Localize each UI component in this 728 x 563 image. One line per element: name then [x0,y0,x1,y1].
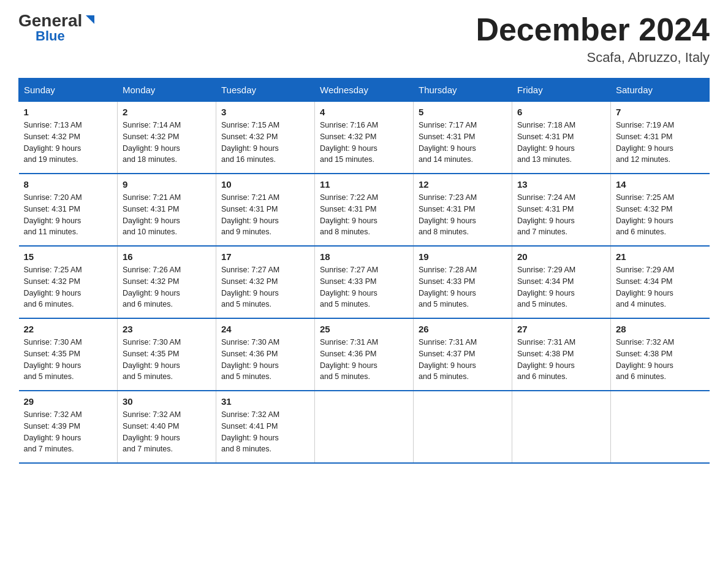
daylight-minutes: and 5 minutes. [24,372,74,381]
sunrise-label: Sunrise: 7:25 AM [616,193,674,202]
day-number: 7 [616,107,705,117]
day-info: Sunrise: 7:21 AM Sunset: 4:31 PM Dayligh… [221,192,309,238]
day-info: Sunrise: 7:32 AM Sunset: 4:39 PM Dayligh… [24,409,113,455]
day-number: 19 [419,251,507,262]
day-number: 28 [616,324,705,334]
sunset-label: Sunset: 4:32 PM [221,277,278,286]
calendar-cell: 28 Sunrise: 7:32 AM Sunset: 4:38 PM Dayl… [611,318,710,391]
day-info: Sunrise: 7:31 AM Sunset: 4:38 PM Dayligh… [517,337,605,383]
daylight-label: Daylight: 9 hours [123,361,180,370]
daylight-label: Daylight: 9 hours [320,289,377,297]
sunset-label: Sunset: 4:36 PM [221,350,278,358]
sunrise-label: Sunrise: 7:22 AM [320,193,378,202]
day-info: Sunrise: 7:32 AM Sunset: 4:38 PM Dayligh… [616,337,705,383]
calendar-cell: 10 Sunrise: 7:21 AM Sunset: 4:31 PM Dayl… [216,174,315,246]
daylight-label: Daylight: 9 hours [616,289,673,297]
day-number: 16 [123,251,211,262]
day-info: Sunrise: 7:31 AM Sunset: 4:37 PM Dayligh… [419,337,507,383]
daylight-minutes: and 11 minutes. [24,228,78,236]
day-info: Sunrise: 7:14 AM Sunset: 4:32 PM Dayligh… [123,120,211,166]
sunset-label: Sunset: 4:32 PM [24,132,80,141]
daylight-minutes: and 18 minutes. [123,155,177,164]
sunset-label: Sunset: 4:31 PM [123,205,179,213]
sunset-label: Sunset: 4:40 PM [123,422,179,431]
calendar-cell: 13 Sunrise: 7:24 AM Sunset: 4:31 PM Dayl… [512,174,611,246]
day-info: Sunrise: 7:27 AM Sunset: 4:33 PM Dayligh… [320,264,408,310]
sunset-label: Sunset: 4:38 PM [517,350,574,358]
daylight-label: Daylight: 9 hours [616,144,673,153]
calendar-cell: 3 Sunrise: 7:15 AM Sunset: 4:32 PM Dayli… [216,102,315,174]
day-info: Sunrise: 7:23 AM Sunset: 4:31 PM Dayligh… [419,192,507,238]
sunrise-label: Sunrise: 7:32 AM [616,338,674,347]
calendar-cell: 23 Sunrise: 7:30 AM Sunset: 4:35 PM Dayl… [118,318,216,391]
sunrise-label: Sunrise: 7:30 AM [123,338,181,347]
daylight-minutes: and 6 minutes. [616,372,666,381]
calendar-cell: 6 Sunrise: 7:18 AM Sunset: 4:31 PM Dayli… [512,102,611,174]
daylight-minutes: and 19 minutes. [24,155,78,164]
sunrise-label: Sunrise: 7:15 AM [221,121,279,129]
calendar-cell: 14 Sunrise: 7:25 AM Sunset: 4:32 PM Dayl… [611,174,710,246]
day-info: Sunrise: 7:29 AM Sunset: 4:34 PM Dayligh… [616,264,705,310]
calendar-header: Sunday Monday Tuesday Wednesday Thursday… [19,79,710,102]
calendar-cell: 8 Sunrise: 7:20 AM Sunset: 4:31 PM Dayli… [19,174,118,246]
daylight-minutes: and 9 minutes. [221,228,271,236]
sunrise-label: Sunrise: 7:30 AM [24,338,82,347]
day-info: Sunrise: 7:30 AM Sunset: 4:35 PM Dayligh… [24,337,113,383]
daylight-label: Daylight: 9 hours [24,361,82,370]
calendar-table: Sunday Monday Tuesday Wednesday Thursday… [18,78,710,464]
sunrise-label: Sunrise: 7:21 AM [221,193,279,202]
daylight-minutes: and 5 minutes. [320,300,370,308]
daylight-minutes: and 5 minutes. [221,300,271,308]
sunset-label: Sunset: 4:38 PM [616,350,672,358]
sunrise-label: Sunrise: 7:13 AM [24,121,82,129]
sunset-label: Sunset: 4:32 PM [616,205,672,213]
daylight-minutes: and 13 minutes. [517,155,572,164]
day-info: Sunrise: 7:16 AM Sunset: 4:32 PM Dayligh… [320,120,408,166]
day-info: Sunrise: 7:15 AM Sunset: 4:32 PM Dayligh… [221,120,309,166]
day-number: 31 [221,396,309,407]
sunrise-label: Sunrise: 7:31 AM [320,338,378,347]
day-number: 15 [24,251,113,262]
calendar-cell: 18 Sunrise: 7:27 AM Sunset: 4:33 PM Dayl… [315,246,414,318]
calendar-body: 1 Sunrise: 7:13 AM Sunset: 4:32 PM Dayli… [19,102,710,464]
daylight-label: Daylight: 9 hours [517,144,575,153]
day-number: 27 [517,324,605,334]
daylight-label: Daylight: 9 hours [616,216,673,225]
daylight-label: Daylight: 9 hours [221,434,279,442]
daylight-minutes: and 6 minutes. [616,228,666,236]
day-info: Sunrise: 7:25 AM Sunset: 4:32 PM Dayligh… [616,192,705,238]
title-block: December 2024 Scafa, Abruzzo, Italy [476,12,710,66]
daylight-minutes: and 10 minutes. [123,228,177,236]
daylight-minutes: and 5 minutes. [221,372,271,381]
calendar-cell [414,391,512,463]
day-info: Sunrise: 7:29 AM Sunset: 4:34 PM Dayligh… [517,264,605,310]
calendar-cell: 20 Sunrise: 7:29 AM Sunset: 4:34 PM Dayl… [512,246,611,318]
sunset-label: Sunset: 4:31 PM [221,205,278,213]
day-number: 17 [221,251,309,262]
daylight-minutes: and 5 minutes. [123,372,173,381]
calendar-cell: 21 Sunrise: 7:29 AM Sunset: 4:34 PM Dayl… [611,246,710,318]
day-info: Sunrise: 7:20 AM Sunset: 4:31 PM Dayligh… [24,192,113,238]
calendar-week-1: 1 Sunrise: 7:13 AM Sunset: 4:32 PM Dayli… [19,102,710,174]
daylight-label: Daylight: 9 hours [24,216,82,225]
col-sunday: Sunday [19,79,118,102]
calendar-cell: 11 Sunrise: 7:22 AM Sunset: 4:31 PM Dayl… [315,174,414,246]
sunset-label: Sunset: 4:37 PM [419,350,475,358]
sunrise-label: Sunrise: 7:29 AM [616,266,674,274]
day-number: 5 [419,107,507,117]
calendar-cell: 1 Sunrise: 7:13 AM Sunset: 4:32 PM Dayli… [19,102,118,174]
logo-triangle-icon [83,13,97,26]
calendar-cell: 9 Sunrise: 7:21 AM Sunset: 4:31 PM Dayli… [118,174,216,246]
daylight-label: Daylight: 9 hours [419,144,476,153]
daylight-minutes: and 14 minutes. [419,155,473,164]
daylight-minutes: and 5 minutes. [419,300,469,308]
day-number: 23 [123,324,211,334]
daylight-minutes: and 6 minutes. [123,300,173,308]
sunset-label: Sunset: 4:35 PM [123,350,179,358]
daylight-label: Daylight: 9 hours [517,216,575,225]
day-info: Sunrise: 7:32 AM Sunset: 4:40 PM Dayligh… [123,409,211,455]
calendar-cell [315,391,414,463]
day-number: 4 [320,107,408,117]
sunset-label: Sunset: 4:31 PM [517,132,574,141]
sunset-label: Sunset: 4:34 PM [517,277,574,286]
